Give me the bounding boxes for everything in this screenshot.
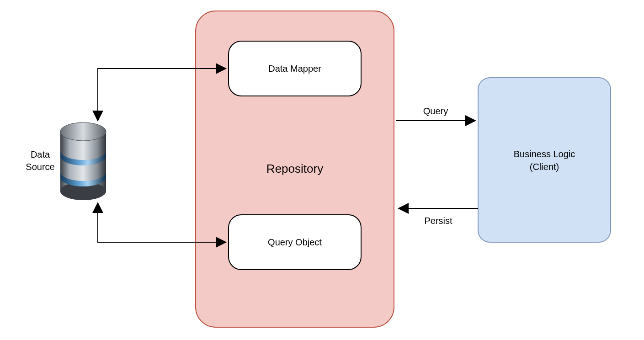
diagram-canvas: Repository Data Mapper Query Object Busi… — [0, 0, 644, 340]
svg-rect-3 — [478, 78, 611, 242]
query-object-box: Query Object — [229, 215, 361, 270]
arrow-persist-label: Persist — [424, 216, 452, 226]
data-source-label-2: Source — [26, 162, 54, 172]
repository-label: Repository — [266, 162, 323, 175]
database-icon — [60, 122, 106, 200]
data-mapper-box: Data Mapper — [229, 41, 361, 96]
data-source-label-1: Data — [31, 149, 50, 159]
data-mapper-label: Data Mapper — [268, 64, 321, 74]
business-logic-label-2: (Client) — [530, 162, 559, 172]
svg-point-5 — [60, 122, 106, 141]
data-source-label: Data Source — [26, 149, 54, 172]
arrow-query-label: Query — [423, 106, 448, 116]
query-object-label: Query Object — [268, 237, 322, 247]
business-logic-label-1: Business Logic — [514, 149, 575, 159]
business-logic-box: Business Logic (Client) — [478, 78, 611, 242]
